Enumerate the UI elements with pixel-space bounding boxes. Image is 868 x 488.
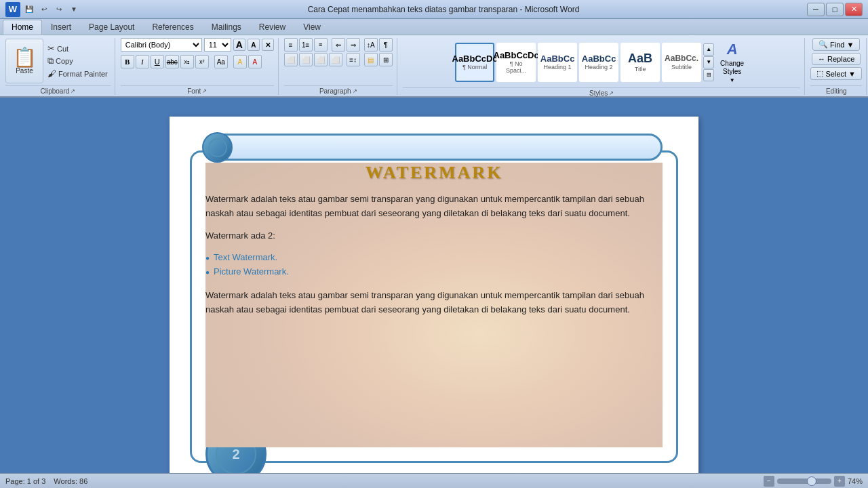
scroll-decoration-frame: 2 WATERMARK Watermark adalah teks atau g… [190, 150, 678, 463]
format-painter-button[interactable]: 🖌 Format Painter [45, 68, 111, 79]
bold-button[interactable]: B [121, 55, 134, 68]
paragraph-content: ≡ 1≡ ≡ ⇐ ⇒ ↕A ¶ ⬜ ⬜ ⬜ ⬜ ≡↕ [284, 38, 393, 84]
change-styles-icon: A [727, 41, 738, 58]
show-marks-button[interactable]: ¶ [379, 38, 393, 52]
ribbon: Home Insert Page Layout References Maili… [0, 19, 868, 98]
font-top-row: Calibri (Body) 11 A A ✕ [121, 38, 274, 52]
find-icon: 🔍 [818, 40, 828, 49]
tab-references[interactable]: References [143, 20, 202, 35]
paragraph-3: Watermark adalah teks atau gambar semi t… [205, 289, 663, 317]
bullets-button[interactable]: ≡ [284, 38, 298, 52]
document-page[interactable]: 2 WATERMARK Watermark adalah teks atau g… [170, 117, 698, 473]
font-size-select[interactable]: 11 [204, 38, 231, 52]
font-grow-button[interactable]: A [233, 39, 245, 51]
strikethrough-button[interactable]: abc [165, 55, 179, 68]
select-icon: ⬚ [816, 69, 823, 78]
cut-button[interactable]: ✂ Cut [45, 43, 111, 54]
tab-home[interactable]: Home [3, 20, 42, 35]
change-styles-button[interactable]: A ChangeStyles ▼ [716, 38, 748, 86]
font-bottom-row: B I U abc x₂ x² Aa A A [121, 55, 262, 68]
zoom-slider[interactable] [777, 479, 831, 484]
styles-group-label: Styles ↗ [403, 87, 801, 97]
font-name-select[interactable]: Calibri (Body) [121, 38, 202, 52]
knob-inner-left [208, 138, 227, 157]
font-expand-icon[interactable]: ↗ [202, 88, 207, 94]
font-group: Calibri (Body) 11 A A ✕ B I U abc x₂ x² [117, 38, 279, 95]
decrease-indent-button[interactable]: ⇐ [332, 38, 345, 52]
clipboard-expand-icon[interactable]: ↗ [71, 88, 75, 94]
style-normal[interactable]: AaBbCcDc ¶ Normal [455, 43, 494, 82]
styles-up-button[interactable]: ▲ [703, 43, 714, 56]
minimize-button[interactable]: ─ [807, 3, 825, 16]
line-spacing-button[interactable]: ≡↕ [347, 53, 360, 66]
styles-expand-icon[interactable]: ↗ [609, 90, 614, 96]
highlight-button[interactable]: A [233, 55, 247, 68]
tab-page-layout[interactable]: Page Layout [80, 20, 143, 35]
zoom-in-button[interactable]: + [834, 476, 845, 487]
scroll-bottom-numeral: 2 [232, 447, 239, 462]
styles-more-button[interactable]: ⊞ [703, 69, 714, 81]
multilevel-button[interactable]: ≡ [314, 38, 328, 52]
superscript-button[interactable]: x² [195, 55, 209, 68]
find-button[interactable]: 🔍 Find ▼ [812, 38, 860, 51]
quick-dropdown-button[interactable]: ▼ [68, 3, 80, 16]
sep3 [344, 53, 345, 66]
copy-button[interactable]: ⧉ Copy [45, 55, 111, 67]
replace-button[interactable]: ↔ Replace [812, 53, 861, 65]
status-bar: Page: 1 of 3 Words: 86 − + 74% [0, 473, 868, 488]
styles-down-button[interactable]: ▼ [703, 56, 714, 68]
tab-view[interactable]: View [294, 20, 330, 35]
increase-indent-button[interactable]: ⇒ [347, 38, 360, 52]
align-center-button[interactable]: ⬜ [299, 53, 313, 66]
select-button[interactable]: ⬚ Select ▼ [810, 67, 862, 80]
justify-button[interactable]: ⬜ [329, 53, 342, 66]
align-right-button[interactable]: ⬜ [314, 53, 328, 66]
underline-button[interactable]: U [151, 55, 164, 68]
style-title[interactable]: AaB Title [620, 43, 660, 82]
quick-save-button[interactable]: 💾 [23, 3, 35, 16]
style-nospace-label: ¶ No Spaci... [499, 60, 533, 74]
title-bar: W 💾 ↩ ↪ ▼ Cara Cepat menambahkan teks di… [0, 0, 868, 19]
subscript-button[interactable]: x₂ [180, 55, 194, 68]
style-title-label: Title [635, 66, 646, 73]
restore-button[interactable]: □ [826, 3, 844, 16]
font-shrink-button[interactable]: A [248, 39, 260, 51]
format-painter-icon: 🖌 [47, 68, 56, 79]
style-subtitle-label: Subtitle [671, 64, 692, 70]
style-h1-preview: AaBbCc [540, 54, 575, 64]
align-left-button[interactable]: ⬜ [284, 53, 298, 66]
quick-undo-button[interactable]: ↩ [38, 3, 50, 16]
quick-redo-button[interactable]: ↪ [53, 3, 65, 16]
select-label: Select ▼ [825, 70, 856, 78]
font-color-button[interactable]: A [248, 55, 262, 68]
cut-icon: ✂ [47, 43, 55, 54]
paragraph-expand-icon[interactable]: ↗ [353, 88, 357, 94]
style-heading2[interactable]: AaBbCc Heading 2 [579, 43, 618, 82]
text-case-button[interactable]: Aa [214, 55, 228, 68]
replace-icon: ↔ [818, 55, 825, 63]
tab-insert[interactable]: Insert [42, 20, 80, 35]
style-no-spacing[interactable]: AaBbCcDc ¶ No Spaci... [496, 43, 536, 82]
close-button[interactable]: ✕ [845, 3, 863, 16]
shading-button[interactable]: ▤ [364, 53, 378, 66]
zoom-out-button[interactable]: − [764, 476, 774, 487]
document-content-area: WATERMARK Watermark adalah teks atau gam… [205, 163, 663, 447]
italic-button[interactable]: I [136, 55, 149, 68]
tab-mailings[interactable]: Mailings [203, 20, 250, 35]
style-subtitle[interactable]: AaBbCc. Subtitle [662, 43, 701, 82]
document-text-content: WATERMARK Watermark adalah teks atau gam… [205, 163, 663, 317]
replace-label: Replace [827, 55, 854, 63]
tab-review[interactable]: Review [250, 20, 294, 35]
clipboard-group-label: Clipboard ↗ [5, 85, 111, 95]
scroll-knob-left [202, 132, 233, 163]
sort-button[interactable]: ↕A [364, 38, 378, 52]
paste-button[interactable]: 📋 Paste [5, 39, 43, 83]
clear-formatting-button[interactable]: ✕ [262, 39, 274, 51]
style-heading1[interactable]: AaBbCc Heading 1 [538, 43, 577, 82]
numbering-button[interactable]: 1≡ [299, 38, 313, 52]
borders-button[interactable]: ⊞ [379, 53, 393, 66]
change-styles-arrow: ▼ [730, 77, 735, 83]
list-item-1: ● Text Watermark. [205, 251, 663, 265]
paragraph-2: Watermark ada 2: [205, 229, 663, 243]
zoom-thumb[interactable] [807, 476, 816, 486]
